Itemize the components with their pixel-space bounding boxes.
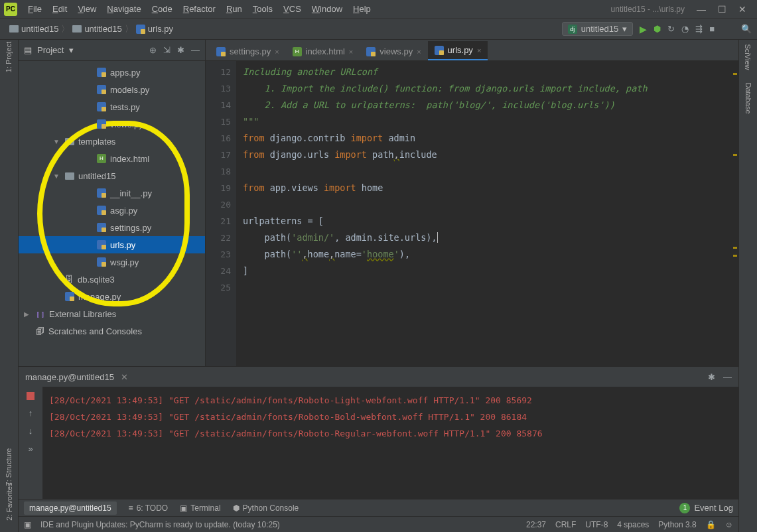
close-icon[interactable]: × — [417, 48, 421, 56]
tree-item[interactable]: 🗐Scratches and Consoles — [19, 322, 205, 340]
stop-icon[interactable]: ■ — [709, 24, 715, 34]
status-message: IDE and Plugin Updates: PyCharm is ready… — [40, 520, 517, 529]
inspector-icon[interactable]: ☺ — [725, 520, 733, 529]
run-tab-title[interactable]: manage.py@untitled15 — [25, 372, 114, 382]
close-icon[interactable]: × — [275, 48, 279, 56]
tree-item[interactable]: manage.py — [19, 288, 205, 305]
tree-item[interactable]: wsgi.py — [19, 253, 205, 271]
terminal-tool-tab[interactable]: ▣Terminal — [180, 503, 220, 513]
close-icon[interactable]: ✕ — [121, 372, 128, 382]
nav-bar: untitled15 〉 untitled15 〉 urls.py dj unt… — [0, 19, 757, 40]
chevron-down-icon[interactable]: ▾ — [69, 45, 74, 55]
sciview-tool-tab[interactable]: SciView — [744, 44, 752, 70]
maximize-icon[interactable]: ☐ — [718, 4, 726, 15]
menu-navigate[interactable]: Navigate — [102, 4, 146, 14]
project-tree[interactable]: apps.pymodels.pytests.pyviews.py▼templat… — [19, 61, 205, 366]
django-icon: dj — [568, 25, 577, 34]
close-icon[interactable]: ✕ — [738, 4, 746, 15]
settings-icon[interactable]: ✱ — [177, 45, 184, 55]
python-file-icon — [97, 68, 106, 77]
menu-window[interactable]: Window — [307, 4, 348, 14]
breadcrumb[interactable]: untitled15 〉 untitled15 〉 urls.py — [5, 22, 177, 36]
menu-view[interactable]: View — [72, 4, 102, 14]
editor-tabs: settings.py×Hindex.html×views.py×urls.py… — [206, 40, 738, 61]
locate-icon[interactable]: ⊕ — [149, 45, 157, 55]
editor-tab[interactable]: Hindex.html× — [286, 42, 360, 60]
indent-setting[interactable]: 4 spaces — [617, 520, 649, 529]
menu-vcs[interactable]: VCS — [278, 4, 307, 14]
close-icon[interactable]: × — [477, 46, 481, 54]
interpreter[interactable]: Python 3.8 — [658, 520, 696, 529]
editor-tab[interactable]: urls.py× — [428, 41, 488, 60]
tree-item[interactable]: tests.py — [19, 98, 205, 115]
tree-item-label: manage.py — [78, 292, 121, 302]
tree-item[interactable]: views.py — [19, 115, 205, 133]
close-icon[interactable]: × — [349, 48, 353, 56]
tree-item[interactable]: asgi.py — [19, 202, 205, 219]
menu-run[interactable]: Run — [221, 4, 247, 14]
menu-code[interactable]: Code — [147, 4, 178, 14]
up-icon[interactable]: ↑ — [29, 408, 33, 418]
profile-icon[interactable]: ◔ — [681, 24, 689, 34]
favorites-tool-tab[interactable]: 2: Favorites — [5, 482, 13, 520]
editor-tab[interactable]: settings.py× — [210, 42, 286, 60]
line-number-gutter[interactable]: 1213141516171819202122232425 — [206, 61, 236, 366]
menu-edit[interactable]: Edit — [47, 4, 72, 14]
run-tool-tab[interactable]: manage.py@untitled15 — [24, 501, 117, 515]
tree-item[interactable]: apps.py — [19, 64, 205, 81]
file-encoding[interactable]: UTF-8 — [585, 520, 608, 529]
todo-tool-tab[interactable]: ≡6: TODO — [129, 503, 169, 513]
tree-item[interactable]: ▼templates — [19, 133, 205, 150]
project-tool-tab[interactable]: 1: Project — [5, 42, 13, 72]
menu-tools[interactable]: Tools — [247, 4, 278, 14]
editor-marks[interactable] — [729, 61, 738, 366]
lock-icon[interactable]: 🔒 — [706, 520, 716, 529]
expand-icon[interactable]: ⇲ — [163, 45, 171, 55]
tree-item-label: __init__.py — [110, 188, 152, 198]
run-output[interactable]: [28/Oct/2021 13:49:53] "GET /static/admi… — [42, 387, 738, 499]
minimize-icon[interactable]: — — [697, 4, 706, 15]
event-log-tab[interactable]: Event Log — [694, 503, 733, 513]
library-icon: ⫿⫿ — [36, 309, 45, 319]
search-icon[interactable]: 🔍 — [741, 24, 752, 34]
structure-tool-tab[interactable]: 7: Structure — [5, 448, 13, 486]
menu-refactor[interactable]: Refactor — [178, 4, 221, 14]
tree-item[interactable]: settings.py — [19, 219, 205, 236]
scratch-icon: 🗐 — [36, 326, 44, 336]
hide-icon[interactable]: — — [723, 372, 732, 382]
run-panel: manage.py@untitled15 ✕ ✱ — ↑ ↓ » [28/Oct… — [19, 366, 738, 499]
gear-icon[interactable]: ✱ — [708, 372, 715, 382]
stop-icon[interactable] — [27, 392, 34, 400]
editor-tab[interactable]: views.py× — [360, 42, 427, 60]
tree-item[interactable]: Hindex.html — [19, 150, 205, 167]
tree-item-label: untitled15 — [78, 171, 115, 181]
run-config-selector[interactable]: dj untitled15 ▾ — [562, 22, 633, 36]
tool-window-toggle-icon[interactable]: ▣ — [24, 520, 31, 529]
line-separator[interactable]: CRLF — [555, 520, 576, 529]
tree-item-label: External Libraries — [49, 309, 116, 319]
tree-item-label: wsgi.py — [110, 257, 139, 267]
tree-item[interactable]: ▼untitled15 — [19, 167, 205, 184]
tree-item[interactable]: urls.py — [19, 236, 205, 253]
menu-file[interactable]: File — [23, 4, 47, 14]
python-console-tool-tab[interactable]: ⬢Python Console — [233, 503, 299, 513]
python-file-icon — [97, 188, 106, 198]
caret-position[interactable]: 22:37 — [526, 520, 546, 529]
debug-icon[interactable]: ⬢ — [654, 24, 661, 34]
python-file-icon — [97, 206, 106, 215]
down-icon[interactable]: ↓ — [29, 426, 33, 436]
python-file-icon — [97, 119, 106, 129]
tree-item[interactable]: ▶⫿⫿External Libraries — [19, 305, 205, 322]
menu-help[interactable]: Help — [348, 4, 376, 14]
collapse-icon[interactable]: — — [191, 45, 200, 55]
code-area[interactable]: Including another URLconf 1. Import the … — [236, 61, 729, 366]
concurrency-icon[interactable]: ⇶ — [695, 24, 703, 34]
tree-item-label: views.py — [110, 119, 143, 129]
coverage-icon[interactable]: ↻ — [667, 24, 675, 34]
run-icon[interactable]: ▶ — [640, 24, 647, 34]
tree-item[interactable]: 🗄db.sqlite3 — [19, 271, 205, 288]
tree-item[interactable]: models.py — [19, 81, 205, 98]
tree-item[interactable]: __init__.py — [19, 184, 205, 202]
more-icon[interactable]: » — [28, 444, 33, 454]
database-tool-tab[interactable]: Database — [744, 82, 752, 113]
